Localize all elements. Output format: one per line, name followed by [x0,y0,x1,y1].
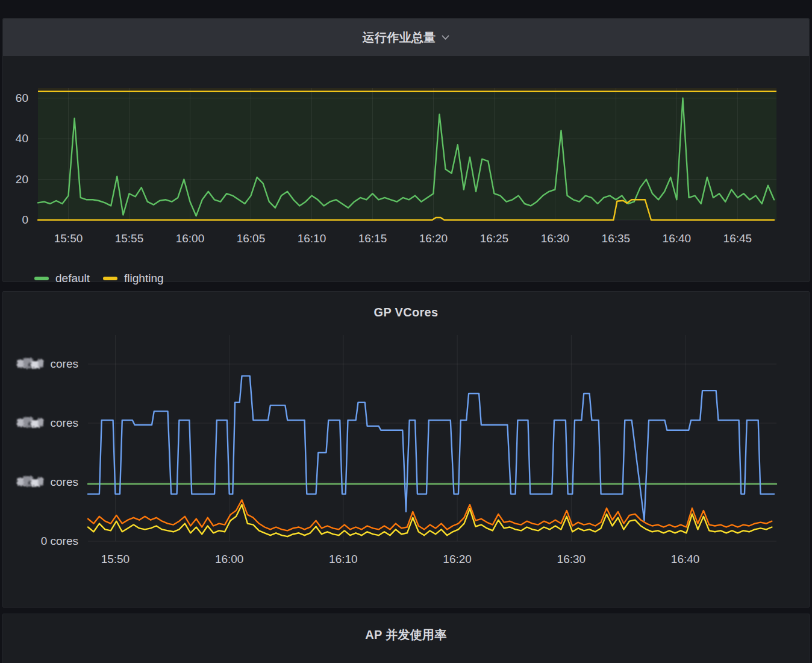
running-jobs-legend: defaultflighting [34,272,164,285]
x-tick-label: 15:50 [101,553,130,565]
chevron-down-icon [442,35,449,40]
panel-title[interactable]: GP VCores [3,306,809,319]
series-line-pinned-nodes-vcores [88,500,772,530]
below-threshold-fill [38,92,776,220]
y-tick-label: 0 cores [41,535,78,547]
x-tick-label: 16:10 [329,553,358,565]
panel-gp-vcores: GP VCores 0 corescorescorescores15:5016:… [2,291,810,608]
series-line-allocated-application-vcores [88,504,772,536]
running-jobs-chart[interactable]: 020406015:5015:5516:0016:0516:1016:1516:… [3,57,810,248]
x-tick-label: 16:00 [215,553,244,565]
redacted-y-tick-value [17,476,43,486]
x-tick-label: 16:05 [237,232,266,245]
x-tick-label: 16:30 [557,553,586,565]
y-tick-label: 60 [16,92,28,104]
x-tick-label: 16:20 [443,553,472,565]
redacted-y-tick-value [17,417,43,427]
x-tick-label: 16:35 [602,232,631,245]
legend-item-flighting[interactable]: flighting [103,272,164,285]
legend-label: default [55,272,90,285]
y-tick-label: cores [51,476,78,488]
redacted-y-tick-value [17,358,43,368]
panel-ap-usage: AP 并发使用率 [2,614,810,663]
x-tick-label: 16:20 [419,232,448,245]
y-tick-label: cores [51,416,78,429]
x-tick-label: 16:30 [541,232,570,245]
legend-label: flighting [124,272,164,285]
x-tick-label: 16:40 [663,232,692,245]
y-tick-label: 40 [16,132,28,145]
legend-item-default[interactable]: default [34,272,90,285]
y-tick-label: 0 [22,213,28,226]
x-tick-label: 16:45 [723,232,752,245]
x-tick-label: 16:40 [671,553,700,565]
x-tick-label: 15:55 [115,232,144,245]
legend-color-swatch [34,277,49,280]
panel-title: 运行作业总量 [363,30,436,46]
y-tick-label: cores [51,357,78,370]
x-tick-label: 16:10 [298,232,326,245]
x-tick-label: 16:25 [480,232,509,245]
x-tick-label: 15:50 [54,232,83,245]
x-tick-label: 16:00 [176,232,205,245]
y-tick-label: 20 [16,173,28,186]
panel-title[interactable]: AP 并发使用率 [3,627,809,643]
gp-vcores-chart[interactable]: 0 corescorescorescores15:5016:0016:1016:… [3,329,810,570]
legend-color-swatch [103,277,117,280]
panel-header[interactable]: 运行作业总量 [3,19,809,56]
panel-running-jobs: 运行作业总量 020406015:5015:5516:0016:0516:101… [2,18,810,282]
series-line-allocated-vc-quotas [88,376,774,521]
x-tick-label: 16:15 [358,232,387,245]
